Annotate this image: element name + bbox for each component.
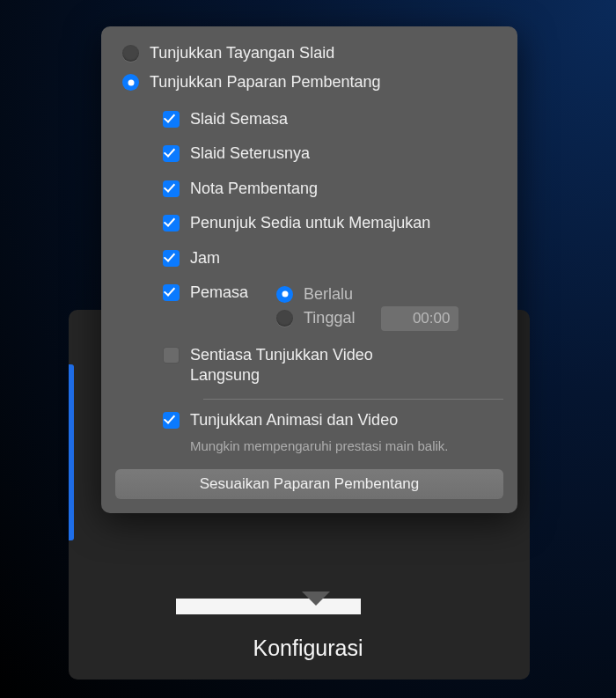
checkbox-clock[interactable]: Jam bbox=[156, 241, 503, 276]
checkbox-icon bbox=[163, 347, 180, 364]
checkbox-label: Jam bbox=[190, 248, 220, 268]
radio-icon bbox=[122, 74, 139, 91]
customize-presenter-display-button[interactable]: Sesuaikan Paparan Pembentang bbox=[115, 469, 503, 499]
checkbox-label: Slaid Semasa bbox=[190, 109, 288, 129]
divider bbox=[203, 399, 503, 400]
checkbox-next-slide[interactable]: Slaid Seterusnya bbox=[156, 136, 503, 171]
checkbox-icon bbox=[163, 180, 180, 197]
helper-text: Mungkin mempengaruhi prestasi main balik… bbox=[156, 437, 503, 462]
configure-popover: Tunjukkan Tayangan Slaid Tunjukkan Papar… bbox=[101, 26, 517, 513]
checkbox-label: Sentiasa Tunjukkan Video Langsung bbox=[190, 345, 419, 386]
radio-timer-remaining[interactable]: Tinggal bbox=[276, 306, 355, 330]
thumbnail-strip bbox=[176, 599, 361, 614]
timer-options: Berlalu Tinggal 00:00 bbox=[276, 283, 458, 331]
checkbox-label: Nota Pembentang bbox=[190, 179, 318, 199]
radio-show-slideshow[interactable]: Tunjukkan Tayangan Slaid bbox=[115, 39, 503, 68]
checkbox-icon bbox=[163, 145, 180, 162]
popover-tail-icon bbox=[302, 591, 330, 606]
checkbox-animations-video[interactable]: Tunjukkan Animasi dan Video bbox=[156, 403, 503, 437]
checkbox-label: Pemasa bbox=[190, 283, 248, 302]
checkbox-icon bbox=[163, 412, 180, 429]
radio-icon bbox=[122, 45, 139, 62]
checkbox-icon bbox=[163, 250, 180, 267]
radio-label: Berlalu bbox=[304, 285, 353, 304]
radio-label: Tunjukkan Tayangan Slaid bbox=[150, 44, 334, 62]
checkbox-timer[interactable] bbox=[163, 284, 180, 301]
checkbox-live-video[interactable]: Sentiasa Tunjukkan Video Langsung bbox=[156, 338, 503, 393]
checkbox-current-slide[interactable]: Slaid Semasa bbox=[156, 102, 503, 136]
checkbox-icon bbox=[163, 215, 180, 231]
timer-group: Pemasa Berlalu Tinggal 00:00 bbox=[156, 276, 503, 338]
radio-icon bbox=[276, 286, 293, 303]
checkbox-ready-advance[interactable]: Penunjuk Sedia untuk Memajukan bbox=[156, 206, 503, 240]
radio-timer-elapsed[interactable]: Berlalu bbox=[276, 283, 458, 306]
checkbox-label: Slaid Seterusnya bbox=[190, 143, 310, 164]
radio-label: Tunjukkan Paparan Pembentang bbox=[150, 73, 381, 92]
checkbox-label: Tunjukkan Animasi dan Video bbox=[190, 410, 398, 430]
presenter-options-group: Slaid Semasa Slaid Seterusnya Nota Pembe… bbox=[115, 102, 503, 462]
radio-icon bbox=[276, 310, 293, 327]
configure-label[interactable]: Konfigurasi bbox=[0, 636, 616, 661]
checkbox-label: Penunjuk Sedia untuk Memajukan bbox=[190, 213, 430, 233]
panel-accent bbox=[69, 364, 74, 540]
radio-show-presenter-display[interactable]: Tunjukkan Paparan Pembentang bbox=[115, 68, 503, 97]
timer-value-field[interactable]: 00:00 bbox=[381, 306, 458, 331]
checkbox-icon bbox=[163, 111, 180, 128]
radio-label: Tinggal bbox=[304, 309, 355, 327]
checkbox-presenter-notes[interactable]: Nota Pembentang bbox=[156, 172, 503, 206]
